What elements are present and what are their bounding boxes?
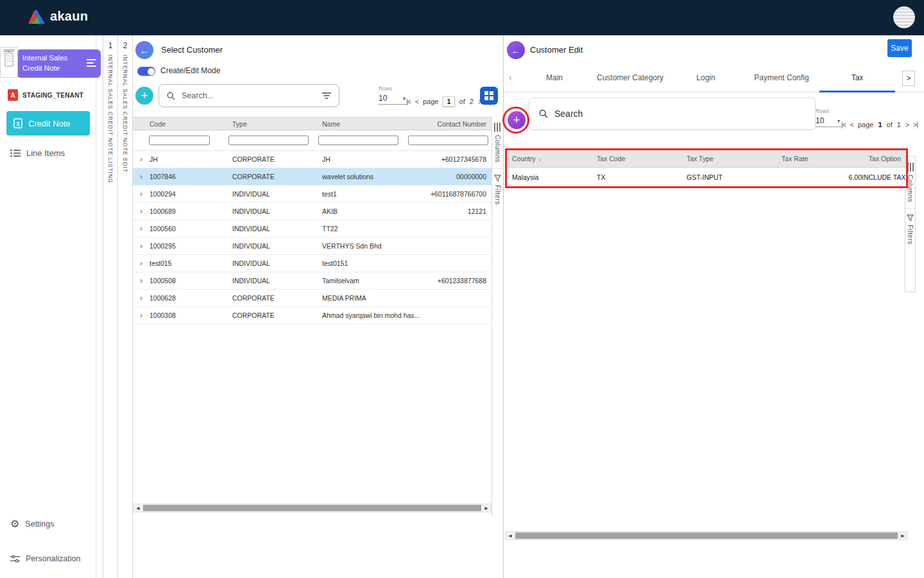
rows-per-page-control[interactable]: Rows 10 ▾ — [816, 108, 841, 127]
column-header-tax-code[interactable]: Tax Code — [597, 155, 687, 162]
vertical-tab-listing[interactable]: 1 INTERNAL SALES CREDIT NOTE LISTING — [103, 35, 117, 578]
last-page-button[interactable]: >| — [913, 121, 918, 128]
user-avatar[interactable] — [893, 6, 915, 28]
column-header-contact-number[interactable]: Contact Number — [412, 120, 492, 128]
horizontal-scrollbar[interactable]: ◄ ► — [505, 531, 908, 540]
row-expand-icon[interactable]: › — [133, 172, 150, 181]
cell-code: 1000689 — [150, 207, 232, 215]
row-expand-icon[interactable]: › — [133, 276, 150, 285]
scroll-right-arrow[interactable]: ► — [482, 504, 491, 512]
current-page: 1 — [878, 121, 882, 128]
sliders-icon — [10, 554, 20, 563]
column-header-tax-type[interactable]: Tax Type — [687, 155, 778, 162]
row-expand-icon[interactable]: › — [133, 241, 150, 250]
rows-per-page-control[interactable]: Rows 10 ▾ — [379, 85, 407, 105]
brand-logo[interactable]: akaun — [28, 9, 88, 24]
row-expand-icon[interactable]: › — [133, 189, 150, 198]
column-header-name[interactable]: Name — [322, 120, 412, 128]
prev-page-button[interactable]: < — [415, 98, 418, 105]
sidebar-item-label: Settings — [25, 520, 54, 529]
menu-toggle-icon[interactable] — [87, 59, 96, 69]
tax-search-input[interactable] — [554, 109, 806, 119]
first-page-button[interactable]: |< — [841, 121, 846, 128]
row-expand-icon[interactable]: › — [133, 207, 150, 216]
table-row[interactable]: MalaysiaTXGST-INPUT6.00INCLUDE TAX — [507, 168, 906, 186]
column-header-tax-option[interactable]: Tax Option — [862, 155, 906, 162]
table-row[interactable]: ›1000628CORPORATEMEDIA PRIMA — [133, 290, 492, 307]
filter-row — [133, 130, 492, 151]
pagination: |< < page 1 of 2 > >| — [406, 96, 490, 107]
vertical-tab-edit[interactable]: 2 INTERNAL SALES CREDIT NOTE EDIT — [117, 35, 133, 578]
grid-view-button[interactable] — [480, 87, 498, 105]
prev-page-button[interactable]: < — [850, 121, 853, 128]
table-row[interactable]: ›1000508INDIVIDUALTamilselvam+6012338776… — [133, 272, 492, 290]
columns-tab[interactable]: Columns — [494, 117, 501, 168]
cell-code: 1007846 — [150, 173, 232, 180]
table-row[interactable]: ›1007846CORPORATEwavelet solutions000000… — [133, 168, 492, 186]
sidebar-item-label: Personalization — [26, 554, 80, 563]
table-row[interactable]: ›1000294INDIVIDUALtest1+60116878766700 — [133, 186, 492, 203]
type-filter-input[interactable] — [228, 136, 309, 145]
back-button[interactable]: ← — [507, 41, 525, 59]
tabs-scroll-left-icon[interactable]: ‹ — [509, 73, 511, 82]
cell-type: INDIVIDUAL — [232, 190, 322, 198]
row-expand-icon[interactable]: › — [133, 311, 150, 320]
name-filter-input[interactable] — [318, 136, 398, 145]
column-header-country[interactable]: Country↓ — [507, 155, 597, 162]
cell-type: CORPORATE — [232, 173, 322, 180]
column-header-code[interactable]: Code — [150, 120, 232, 128]
cell-type: INDIVIDUAL — [232, 225, 322, 232]
filters-tab[interactable]: Filters — [494, 169, 501, 211]
tab-main[interactable]: Main — [517, 64, 592, 92]
table-row[interactable]: ›1000308CORPORATEAhmad syarqawi bin mohd… — [133, 307, 492, 324]
add-customer-button[interactable]: + — [135, 87, 153, 105]
table-row[interactable]: ›1000295INDIVIDUALVERTHYS Sdn Bhd — [133, 238, 492, 255]
tab-login[interactable]: Login — [668, 64, 744, 92]
scroll-left-arrow[interactable]: ◄ — [506, 532, 515, 539]
scrollbar-thumb[interactable] — [143, 505, 481, 511]
back-button[interactable]: ← — [135, 41, 153, 59]
sidebar-item-settings[interactable]: ⚙ Settings — [10, 519, 55, 529]
table-row[interactable]: ›1000689INDIVIDUALAKIB12121 — [133, 203, 492, 220]
sidebar-module-internal-sales-credit-note[interactable]: Internal Sales Credit Note — [17, 49, 101, 78]
column-header-type[interactable]: Type — [232, 120, 322, 128]
contact-filter-input[interactable] — [408, 136, 488, 145]
horizontal-scrollbar[interactable]: ◄ ► — [133, 504, 492, 512]
sidebar-item-credit-note[interactable]: $ Credit Note — [6, 111, 90, 136]
next-page-button[interactable]: > — [905, 121, 909, 128]
add-tax-button[interactable]: + — [508, 111, 526, 129]
tenant-row[interactable]: A STAGING_TENANT — [8, 89, 83, 101]
cell-name: wavelet solutions — [322, 173, 412, 180]
row-expand-icon[interactable]: › — [133, 155, 150, 164]
table-row[interactable]: ›JHCORPORATEJH+60127345678 — [133, 151, 492, 168]
grid-icon — [484, 91, 494, 101]
table-row[interactable]: ›test015INDIVIDUALtest0151 — [133, 255, 492, 272]
filter-list-icon[interactable] — [321, 92, 332, 100]
row-expand-icon[interactable]: › — [133, 224, 150, 233]
customer-search-input[interactable] — [182, 91, 321, 100]
sidebar-item-line-items[interactable]: Line Items — [10, 148, 65, 158]
tab-tax[interactable]: Tax — [819, 64, 895, 92]
row-expand-icon[interactable]: › — [133, 259, 150, 268]
save-button[interactable]: Save — [887, 39, 912, 57]
sidebar-item-personalization[interactable]: Personalization — [10, 554, 80, 563]
row-expand-icon[interactable]: › — [133, 293, 150, 302]
sidebar-item-label: Credit Note — [28, 119, 71, 128]
sidebar: CREDIT Internal Sales Credit Note A STAG… — [0, 35, 96, 578]
select-customer-panel: ← Select Customer Create/Edit Mode + Row… — [133, 35, 502, 578]
pagination: |< < page 1 of 1 > >| — [841, 121, 918, 128]
scroll-right-arrow[interactable]: ► — [898, 532, 907, 539]
table-row[interactable]: ›1000560INDIVIDUALTT22 — [133, 220, 492, 238]
tab-payment-config[interactable]: Payment Config — [744, 64, 819, 92]
filters-tab[interactable]: Filters — [907, 209, 914, 250]
create-edit-mode-toggle[interactable] — [137, 67, 155, 76]
scroll-left-arrow[interactable]: ◄ — [133, 504, 142, 512]
svg-text:$: $ — [16, 121, 19, 127]
tax-search-box — [529, 98, 816, 130]
column-header-tax-rate[interactable]: Tax Rate — [778, 155, 862, 162]
tabs-scroll-right-button[interactable]: > — [902, 71, 915, 86]
scrollbar-thumb[interactable] — [515, 532, 898, 539]
first-page-button[interactable]: |< — [406, 98, 411, 105]
code-filter-input[interactable] — [149, 136, 210, 145]
tab-customer-category[interactable]: Customer Category — [592, 64, 668, 92]
